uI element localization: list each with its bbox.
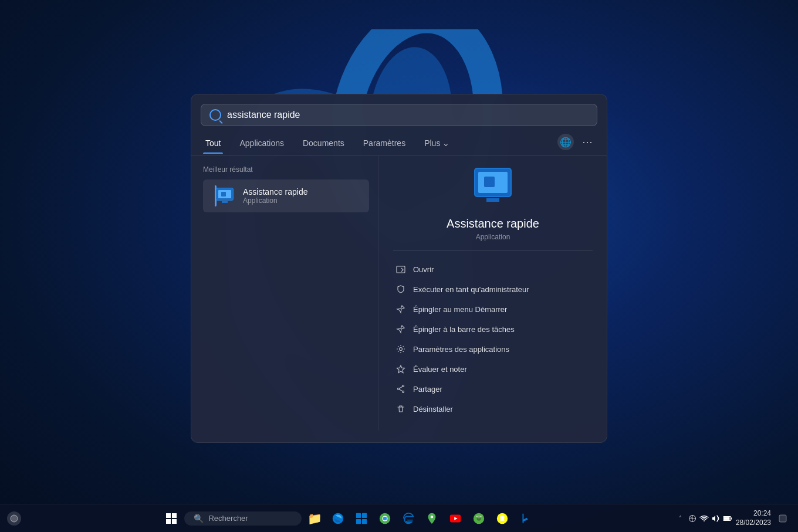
detail-app-name: Assistance rapide: [447, 217, 539, 231]
clock-date: 28/02/2023: [736, 519, 771, 528]
share-icon: [395, 384, 406, 394]
action-pin-start-label: Épingler au menu Démarrer: [413, 305, 507, 314]
taskbar-search-text: Rechercher: [208, 514, 248, 523]
taskbar: 🔍 Rechercher 📁: [0, 504, 798, 532]
action-rate-label: Évaluer et noter: [413, 365, 467, 374]
action-run-admin[interactable]: Exécuter en tant qu'administrateur: [393, 279, 593, 299]
taskbar-search-box[interactable]: 🔍 Rechercher: [184, 511, 302, 526]
svg-rect-10: [356, 513, 361, 517]
action-ouvrir[interactable]: Ouvrir: [393, 259, 593, 279]
taskbar-notification-icon[interactable]: [7, 511, 21, 526]
open-icon: [395, 264, 406, 275]
action-pin-taskbar-label: Épingler à la barre des tâches: [413, 325, 515, 334]
svg-point-7: [403, 391, 404, 393]
pin-taskbar-icon: [395, 324, 406, 334]
svg-rect-27: [724, 517, 730, 520]
more-options-icon[interactable]: ⋯: [580, 133, 595, 151]
search-content: Meilleur résultat Assistance rapide Appl…: [191, 156, 607, 431]
svg-point-6: [403, 385, 404, 387]
svg-rect-26: [731, 517, 732, 520]
action-pin-taskbar[interactable]: Épingler à la barre des tâches: [393, 319, 593, 339]
left-results-panel: Meilleur résultat Assistance rapide Appl…: [191, 156, 379, 431]
svg-point-9: [11, 515, 18, 522]
search-query: assistance rapide: [227, 110, 589, 120]
taskbar-app-xbox[interactable]: [468, 508, 489, 529]
tray-volume-icon[interactable]: [711, 514, 721, 523]
tray-expand-button[interactable]: ˄: [677, 513, 684, 524]
action-pin-start[interactable]: Épingler au menu Démarrer: [393, 299, 593, 319]
svg-point-5: [400, 348, 403, 351]
search-window: assistance rapide Tout Applications Docu…: [191, 94, 607, 443]
settings-icon: [395, 344, 406, 354]
svg-rect-28: [779, 515, 786, 522]
taskbar-app-youtube[interactable]: [445, 508, 466, 529]
result-app-name: Assistance rapide: [243, 187, 362, 196]
tray-icons: [688, 514, 732, 523]
action-uninstall-label: Désinstaller: [413, 405, 453, 414]
clock-time: 20:24: [736, 509, 771, 519]
result-app-type: Application: [243, 196, 362, 205]
taskbar-center: 🔍 Rechercher 📁: [21, 508, 677, 529]
taskbar-app-edge-dev[interactable]: [398, 508, 419, 529]
svg-point-17: [431, 515, 434, 518]
search-bar[interactable]: assistance rapide: [201, 104, 597, 126]
svg-rect-13: [362, 519, 367, 523]
detail-divider: [393, 250, 593, 251]
star-icon: [395, 364, 406, 374]
section-label: Meilleur résultat: [203, 165, 369, 174]
tab-documents[interactable]: Documents: [300, 135, 347, 154]
filter-tabs-bar: Tout Applications Documents Paramètres P…: [191, 126, 607, 156]
result-item-info: Assistance rapide Application: [243, 187, 362, 205]
detail-app-icon: [472, 168, 514, 210]
svg-rect-4: [397, 266, 405, 273]
trash-icon: [395, 404, 406, 414]
detail-app-type: Application: [476, 233, 510, 241]
pin-icon: [395, 304, 406, 314]
shield-icon: [395, 284, 406, 294]
tray-battery-icon[interactable]: [723, 514, 732, 523]
action-settings-label: Paramètres des applications: [413, 345, 509, 354]
taskbar-app-maps[interactable]: [421, 508, 442, 529]
taskbar-app-edge[interactable]: [327, 508, 349, 529]
svg-point-8: [398, 388, 400, 390]
windows-start-button[interactable]: [161, 508, 182, 529]
right-detail-panel: Assistance rapide Application Ouvrir: [379, 156, 607, 431]
taskbar-app-snap[interactable]: [492, 508, 513, 529]
taskbar-app-explorer[interactable]: 📁: [304, 508, 325, 529]
action-app-settings[interactable]: Paramètres des applications: [393, 339, 593, 359]
tab-plus[interactable]: Plus ⌄: [422, 135, 452, 154]
web-search-icon[interactable]: 🌐: [557, 134, 574, 150]
action-list: Ouvrir Exécuter en tant qu'administrateu…: [393, 259, 593, 419]
tray-language-icon[interactable]: [688, 514, 697, 523]
action-ouvrir-label: Ouvrir: [413, 265, 434, 274]
tab-applications[interactable]: Applications: [237, 135, 286, 154]
tab-right-controls: 🌐 ⋯: [557, 133, 595, 155]
tray-wifi-icon[interactable]: [699, 514, 709, 523]
best-result-wrapper: Assistance rapide Application: [203, 179, 369, 212]
notification-center-button[interactable]: [775, 510, 791, 527]
svg-rect-11: [362, 513, 367, 517]
tab-parametres[interactable]: Paramètres: [361, 135, 408, 154]
svg-rect-12: [356, 519, 361, 523]
tab-tout[interactable]: Tout: [203, 135, 223, 154]
search-icon: [209, 109, 221, 121]
chevron-down-icon: ⌄: [442, 138, 449, 148]
svg-point-21: [477, 516, 481, 520]
action-rate[interactable]: Évaluer et noter: [393, 359, 593, 379]
result-app-icon: [215, 185, 236, 206]
best-result-item[interactable]: Assistance rapide Application: [203, 179, 369, 212]
action-share[interactable]: Partager: [393, 379, 593, 399]
taskbar-app-chrome[interactable]: [374, 508, 395, 529]
action-uninstall[interactable]: Désinstaller: [393, 399, 593, 419]
action-share-label: Partager: [413, 385, 442, 394]
svg-point-16: [383, 516, 387, 520]
taskbar-app-store[interactable]: [351, 508, 372, 529]
taskbar-search-icon: 🔍: [194, 514, 204, 523]
taskbar-app-bing[interactable]: [515, 508, 536, 529]
taskbar-right: ˄: [677, 509, 791, 527]
taskbar-left: [7, 511, 21, 526]
system-clock[interactable]: 20:24 28/02/2023: [736, 509, 771, 527]
action-admin-label: Exécuter en tant qu'administrateur: [413, 285, 529, 294]
